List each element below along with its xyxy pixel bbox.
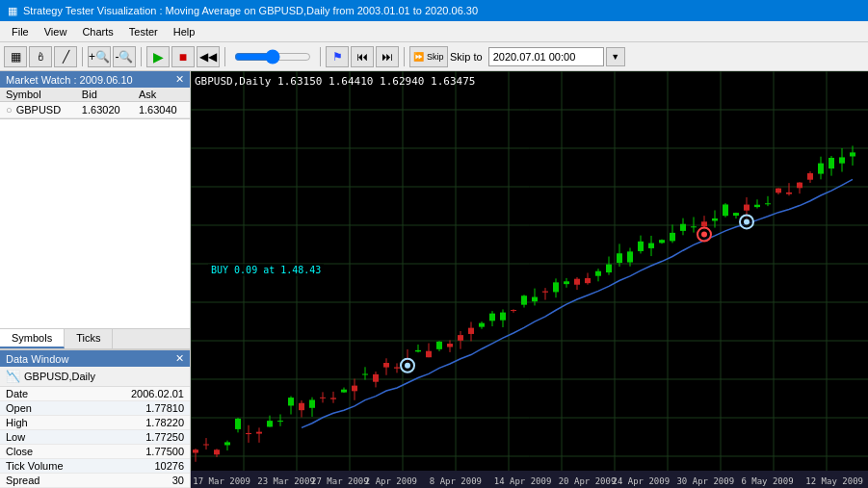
market-watch-title: Market Watch : 2009.06.10 [6, 74, 133, 86]
table-row: ○GBPUSD 1.63020 1.63040 [0, 102, 190, 118]
toolbar-skipto-btn[interactable]: ⏩ Skip [409, 46, 448, 67]
field-label: Date [0, 387, 98, 401]
data-row: Tick Volume10276 [0, 459, 190, 474]
bid-cell: 1.63020 [76, 102, 133, 118]
toolbar-stop-btn[interactable]: ■ [171, 46, 195, 67]
toolbar: ▦ 🕯 ╱ +🔍 -🔍 ▶ ■ ◀◀ ⚑ ⏮ ⏭ ⏩ Skip Skip to … [0, 42, 868, 71]
skip-label: Skip to [450, 51, 483, 63]
skip-dropdown-btn[interactable]: ▼ [606, 47, 625, 66]
x-axis-label: 24 Apr 2009 [613, 476, 671, 486]
menu-charts[interactable]: Charts [74, 24, 120, 39]
data-window-symbol-text: GBPUSD,Daily [24, 371, 95, 382]
toolbar-candle-btn[interactable]: 🕯 [29, 46, 52, 67]
tab-symbols[interactable]: Symbols [0, 329, 65, 348]
toolbar-bar-chart-btn[interactable]: ▦ [4, 46, 27, 67]
data-row: Close1.77500 [0, 445, 190, 459]
market-watch: Market Watch : 2009.06.10 ✕ Symbol Bid A… [0, 71, 190, 119]
field-value: 1.77810 [98, 401, 190, 416]
x-axis-label: 23 Mar 2009 [257, 476, 315, 486]
x-axis-label: 6 May 2009 [741, 476, 793, 486]
field-label: Low [0, 430, 98, 445]
left-panel: Market Watch : 2009.06.10 ✕ Symbol Bid A… [0, 71, 191, 488]
field-value: 1.78220 [98, 416, 190, 430]
data-window-table: Date2006.02.01Open1.77810High1.78220Low1… [0, 387, 190, 488]
skip-input[interactable] [488, 47, 604, 66]
toolbar-rewind-btn[interactable]: ◀◀ [197, 46, 220, 67]
menu-bar: File View Charts Tester Help [0, 21, 868, 42]
toolbar-play-btn[interactable]: ▶ [146, 46, 170, 67]
separator-3 [224, 47, 225, 66]
field-value: 30 [98, 474, 190, 488]
x-axis-label: 12 May 2009 [805, 476, 863, 486]
x-axis-label: 2 Apr 2009 [365, 476, 417, 486]
x-axis-label: 17 Mar 2009 [193, 476, 250, 486]
title-text: Strategy Tester Visualization : Moving A… [23, 5, 478, 16]
x-axis: 17 Mar 200923 Mar 200927 Mar 20092 Apr 2… [191, 471, 868, 488]
speed-slider[interactable] [234, 49, 311, 64]
toolbar-skip-fwd-btn[interactable]: ⏭ [376, 46, 399, 67]
field-label: Open [0, 401, 98, 416]
data-row: High1.78220 [0, 416, 190, 430]
x-axis-label: 30 Apr 2009 [676, 476, 734, 486]
col-bid: Bid [76, 88, 133, 102]
chart-area: GBPUSD,Daily 1.63150 1.64410 1.62940 1.6… [191, 71, 868, 488]
field-value: 1.77500 [98, 445, 190, 459]
title-icon: ▦ [8, 5, 17, 17]
field-label: High [0, 416, 98, 430]
menu-tester[interactable]: Tester [121, 24, 166, 39]
x-axis-label: 8 Apr 2009 [430, 476, 482, 486]
chart-info: GBPUSD,Daily 1.63150 1.64410 1.62940 1.6… [195, 75, 475, 88]
field-value: 10276 [98, 459, 190, 474]
menu-help[interactable]: Help [166, 24, 203, 39]
menu-file[interactable]: File [4, 24, 37, 39]
col-ask: Ask [133, 88, 190, 102]
data-row: Date2006.02.01 [0, 387, 190, 401]
separator-4 [320, 47, 321, 66]
data-row: Low1.77250 [0, 430, 190, 445]
ask-cell: 1.63040 [133, 102, 190, 118]
title-bar: ▦ Strategy Tester Visualization : Moving… [0, 0, 868, 21]
symbol-cell: ○GBPUSD [0, 102, 76, 118]
toolbar-zoom-in-btn[interactable]: +🔍 [88, 46, 111, 67]
field-value: 1.77250 [98, 430, 190, 445]
data-window-title: Data Window [6, 353, 68, 365]
field-label: Close [0, 445, 98, 459]
data-window-symbol: 📉 GBPUSD,Daily [0, 367, 190, 387]
separator-2 [141, 47, 142, 66]
market-watch-space [0, 119, 190, 328]
toolbar-zoom-out-btn[interactable]: -🔍 [113, 46, 136, 67]
x-axis-label: 27 Mar 2009 [311, 476, 369, 486]
col-symbol: Symbol [0, 88, 76, 102]
toolbar-skip-back-btn[interactable]: ⏮ [351, 46, 374, 67]
toolbar-flag-btn[interactable]: ⚑ [326, 46, 349, 67]
field-label: Tick Volume [0, 459, 98, 474]
x-axis-label: 14 Apr 2009 [494, 476, 552, 486]
field-value: 2006.02.01 [98, 387, 190, 401]
market-watch-table: Symbol Bid Ask ○GBPUSD 1.63020 1.63040 [0, 88, 190, 118]
market-watch-header: Market Watch : 2009.06.10 ✕ [0, 71, 190, 88]
mw-tabs: Symbols Ticks [0, 328, 190, 349]
buy-label: BUY 0.09 at 1.48.43 [208, 264, 324, 276]
field-label: Spread [0, 474, 98, 488]
data-row: Spread30 [0, 474, 190, 488]
toolbar-line-btn[interactable]: ╱ [54, 46, 77, 67]
data-window-close-btn[interactable]: ✕ [175, 352, 184, 365]
separator-5 [404, 47, 405, 66]
chart-small-icon: 📉 [6, 370, 20, 383]
data-window-header: Data Window ✕ [0, 350, 190, 367]
data-window: Data Window ✕ 📉 GBPUSD,Daily Date2006.02… [0, 349, 190, 488]
market-watch-close-btn[interactable]: ✕ [175, 73, 184, 86]
data-row: Open1.77810 [0, 401, 190, 416]
menu-view[interactable]: View [37, 24, 75, 39]
x-axis-label: 20 Apr 2009 [559, 476, 617, 486]
tab-ticks[interactable]: Ticks [65, 329, 113, 348]
separator-1 [82, 47, 83, 66]
main-layout: Market Watch : 2009.06.10 ✕ Symbol Bid A… [0, 71, 868, 488]
